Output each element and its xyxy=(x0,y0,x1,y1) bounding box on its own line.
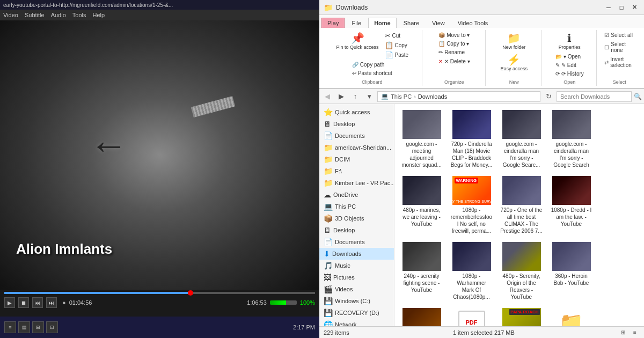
sidebar-item-kimber-lee[interactable]: 📁 Kimber Lee - VR Pac... xyxy=(319,177,394,189)
menu-help[interactable]: Help xyxy=(92,12,105,18)
maximize-button[interactable]: □ xyxy=(616,3,627,12)
sidebar-item-documents-1[interactable]: 📄 Documents xyxy=(319,130,394,142)
sidebar-item-videos[interactable]: 🎬 Videos xyxy=(319,283,394,295)
list-item[interactable]: 720p - Cinderella Man (18) Movie CLIP - … xyxy=(448,107,495,171)
sidebar-item-documents-2[interactable]: 📄 Documents xyxy=(319,236,394,248)
list-item[interactable]: 480p - marines, we are leaving - YouTube xyxy=(398,173,445,237)
close-button[interactable]: ✕ xyxy=(629,3,640,12)
sidebar-item-recovery-d[interactable]: 💾 RECOVERY (D:) xyxy=(319,307,394,319)
copy-button[interactable]: 📋 Copy xyxy=(383,41,411,50)
list-view-button[interactable]: ≡ xyxy=(630,328,640,337)
list-item[interactable]: google.com - cinderalla man I'm sorry - … xyxy=(547,107,595,171)
large-icons-view-button[interactable]: ⊞ xyxy=(618,328,628,337)
up-button[interactable]: ↑ xyxy=(349,91,361,102)
sidebar-item-downloads[interactable]: ⬇ Downloads xyxy=(319,248,394,260)
play-button[interactable]: ▶ xyxy=(4,297,15,308)
next-button[interactable]: ⏭ xyxy=(46,297,57,308)
sidebar-item-music[interactable]: 🎵 Music xyxy=(319,260,394,271)
tab-file[interactable]: File xyxy=(346,18,367,28)
tab-play[interactable]: Play xyxy=(321,18,345,28)
taskbar-btn-3[interactable]: ⊞ xyxy=(32,321,44,333)
search-input[interactable] xyxy=(557,91,632,102)
file-name: 240p - serenity fighting scene - YouTube xyxy=(400,273,443,293)
new-folder-button[interactable]: 📁 New folder xyxy=(500,31,528,52)
easy-access-button[interactable]: ⚡ Easy access xyxy=(497,53,530,73)
list-item[interactable]: 480p - Serenity, Origin of the Reavers -… xyxy=(497,239,545,303)
tab-video-tools[interactable]: Video Tools xyxy=(452,18,494,28)
invert-selection-button[interactable]: ⇄ Invert selection xyxy=(602,55,636,69)
tab-home[interactable]: Home xyxy=(368,18,397,28)
sidebar-item-this-pc[interactable]: 💻 This PC xyxy=(319,201,394,212)
sidebar-item-desktop-2[interactable]: 🖥 Desktop xyxy=(319,224,394,236)
volume-bar[interactable] xyxy=(270,300,297,305)
delete-button[interactable]: ✕ ✕ Delete ▾ xyxy=(436,57,472,65)
paste-button[interactable]: 📄 Paste xyxy=(383,50,411,60)
sidebar-item-windows-c[interactable]: 💾 Windows (C:) xyxy=(319,295,394,307)
rename-icon: ✏ xyxy=(438,49,443,55)
list-item[interactable]: 1080p - Warhammer Mark Of Chaos(1080p... xyxy=(448,239,495,303)
sidebar-item-americavr[interactable]: 📁 americavr-Sheridan... xyxy=(319,142,394,153)
forward-button[interactable]: ▶ xyxy=(335,91,347,102)
history-button[interactable]: ⟳ ⟳ History xyxy=(553,70,586,78)
address-path[interactable]: 💻 This PC › Downloads xyxy=(377,91,540,102)
list-item[interactable]: WARNING ONLY THE STRONG SURVIVE 1080p - … xyxy=(448,173,495,237)
copy-path-button[interactable]: 🔗 Copy path xyxy=(350,61,394,69)
list-item[interactable]: google.com - meeting adjourned monster s… xyxy=(398,107,445,171)
tab-share[interactable]: Share xyxy=(398,18,425,28)
refresh-button[interactable]: ↻ xyxy=(543,91,554,102)
list-item[interactable]: google.com - cinderalla man I'm sorry - … xyxy=(497,107,545,171)
open-button[interactable]: 📂 ▾ Open xyxy=(553,53,586,61)
copy-to-button[interactable]: 📋 Copy to ▾ xyxy=(436,40,472,48)
sidebar-item-3d-objects[interactable]: 📦 3D Objects xyxy=(319,212,394,224)
rename-button[interactable]: ✏ Rename xyxy=(436,48,472,56)
sidebar-label-music: Music xyxy=(335,262,350,269)
tab-view[interactable]: View xyxy=(426,18,451,28)
select-all-button[interactable]: ☑ Select all xyxy=(602,31,635,39)
taskbar-btn-4[interactable]: ⊡ xyxy=(46,321,58,333)
sidebar-item-desktop-1[interactable]: 🖥 Desktop xyxy=(319,118,394,130)
list-item[interactable]: 1080p - Dredd - I am the law. - YouTube xyxy=(547,173,595,237)
rename-label: Rename xyxy=(444,49,465,55)
minimize-button[interactable]: ─ xyxy=(603,3,614,12)
file-thumbnail xyxy=(402,176,441,205)
taskbar-btn-1[interactable]: ≡ xyxy=(4,321,16,333)
list-item[interactable]: 720p - One of the all time best CLIMAX -… xyxy=(497,173,545,237)
paste-shortcut-button[interactable]: ↩ Paste shortcut xyxy=(350,69,394,77)
list-item[interactable]: 360p - Heroin Bob - YouTube xyxy=(547,239,595,303)
menu-tools[interactable]: Tools xyxy=(72,12,86,18)
cut-button[interactable]: ✂ Cut xyxy=(383,31,411,40)
edit-button[interactable]: ✎ ✎ Edit xyxy=(553,61,586,69)
stop-button[interactable]: ⏹ xyxy=(18,297,29,308)
taskbar-btn-2[interactable]: ▤ xyxy=(18,321,30,333)
back-button[interactable]: ◀ xyxy=(321,91,333,102)
file-name: google.com - cinderalla man I'm sorry - … xyxy=(550,141,592,168)
file-thumbnail: 📁 xyxy=(552,308,591,326)
list-item[interactable]: PAPA ROACH 720p - papa roach - Singular … xyxy=(497,305,545,326)
file-thumbnail xyxy=(552,176,591,205)
progress-dot xyxy=(188,290,193,296)
sidebar-item-f-drive[interactable]: 📁 F:\ xyxy=(319,165,394,177)
sidebar-item-pictures[interactable]: 🖼 Pictures xyxy=(319,271,394,283)
sidebar-item-quick-access[interactable]: ⭐ Quick access xyxy=(319,106,394,118)
sidebar-item-network[interactable]: 🌐 Network xyxy=(319,319,394,326)
move-to-button[interactable]: 📦 Move to ▾ xyxy=(436,31,472,39)
select-none-button[interactable]: ☐ Select none xyxy=(602,40,636,54)
list-item[interactable]: 📁 New folder(10) xyxy=(547,305,595,326)
sidebar-item-dcim[interactable]: 📁 DCIM xyxy=(319,153,394,165)
list-item[interactable]: PDF aos-monstrous-a rcanum xyxy=(448,305,495,326)
menu-audio[interactable]: Audio xyxy=(51,12,66,18)
list-item[interactable]: 240p - serenity fighting scene - YouTube xyxy=(398,239,445,303)
menu-video[interactable]: Video xyxy=(3,12,18,18)
pin-to-quick-access-button[interactable]: 📌 Pin to Quick access xyxy=(333,31,381,60)
progress-bar[interactable] xyxy=(4,292,315,294)
properties-button[interactable]: ℹ Properties xyxy=(556,31,583,52)
prev-button[interactable]: ⏮ xyxy=(32,297,43,308)
documents-icon-1: 📄 xyxy=(324,131,333,140)
recent-locations-button[interactable]: ▾ xyxy=(363,91,375,102)
sidebar-item-onedrive[interactable]: ☁ OneDrive xyxy=(319,189,394,201)
history-icon: ⟳ xyxy=(555,71,560,77)
menu-subtitle[interactable]: Subtitle xyxy=(25,12,45,18)
list-item[interactable]: 480p - Flight of Dragons (1982) Final Sh… xyxy=(398,305,445,326)
taskbar: ≡ ▤ ⊞ ⊡ 2:17 PM xyxy=(0,317,319,338)
file-area[interactable]: google.com - meeting adjourned monster s… xyxy=(394,104,644,326)
